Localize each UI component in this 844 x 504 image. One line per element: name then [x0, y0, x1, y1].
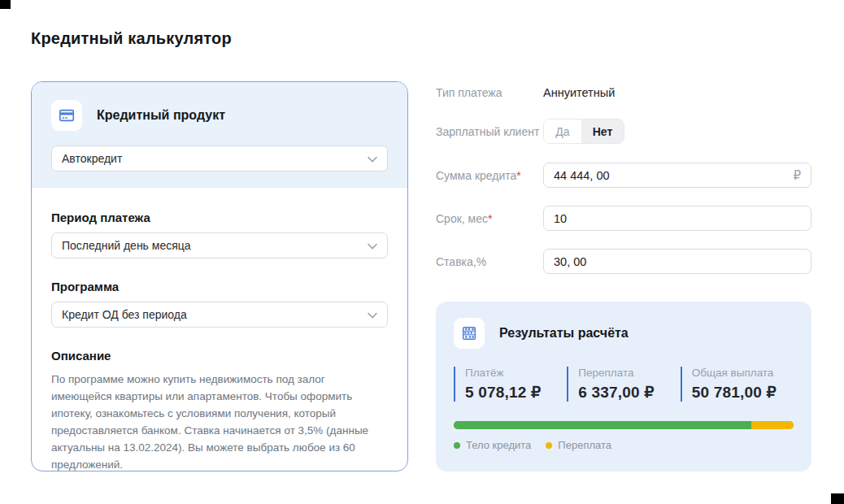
- stat-payment: Платёж 5 078,12 ₽: [454, 367, 567, 402]
- legend-item-principal: Тело кредита: [454, 439, 531, 451]
- chevron-down-icon: [368, 152, 377, 165]
- credit-product-card: Кредитный продукт Автокредит Период плат…: [31, 81, 408, 471]
- salary-client-label: Зарплатный клиент: [436, 125, 543, 138]
- description-label: Описание: [51, 349, 388, 363]
- stat-label: Платёж: [465, 367, 567, 379]
- loan-term-label: Срок, мес*: [436, 211, 543, 225]
- credit-product-title: Кредитный продукт: [97, 108, 225, 123]
- payment-type-label: Тип платежа: [436, 86, 543, 99]
- stat-value: 6 337,00 ₽: [578, 383, 680, 402]
- payment-type-value: Аннуитетный: [543, 86, 615, 99]
- program-select[interactable]: Кредит ОД без периода: [51, 302, 388, 328]
- screen-corner-artifact: [831, 493, 844, 504]
- chevron-down-icon: [368, 308, 377, 321]
- product-select-value: Автокредит: [62, 152, 122, 165]
- abacus-icon: [454, 318, 485, 349]
- bar-legend: Тело кредита Переплата: [454, 439, 794, 451]
- bar-overpayment-segment: [751, 421, 794, 429]
- product-select[interactable]: Автокредит: [51, 146, 388, 172]
- interest-rate-value: 30, 00: [554, 255, 586, 268]
- loan-amount-value: 44 444, 00: [554, 169, 610, 182]
- loan-term-value: 10: [554, 212, 567, 225]
- salary-client-toggle: Да Нет: [543, 119, 624, 144]
- results-card: Результаты расчёта Платёж 5 078,12 ₽ Пер…: [436, 302, 811, 471]
- loan-amount-input[interactable]: 44 444, 00 ₽: [543, 163, 811, 188]
- page-title: Кредитный калькулятор: [31, 29, 232, 48]
- salary-client-row: Зарплатный клиент Да Нет: [436, 119, 811, 144]
- results-title: Результаты расчёта: [499, 326, 629, 341]
- credit-product-card-header: Кредитный продукт Автокредит: [32, 82, 407, 188]
- stat-overpayment: Переплата 6 337,00 ₽: [567, 367, 680, 402]
- legend-dot: [454, 442, 460, 449]
- credit-product-card-body: Период платежа Последний день месяца Про…: [32, 188, 407, 471]
- chevron-down-icon: [368, 239, 377, 252]
- screen-corner-artifact: [0, 0, 11, 9]
- interest-rate-row: Ставка,% 30, 00: [436, 249, 811, 274]
- interest-rate-label: Ставка,%: [436, 254, 543, 268]
- stat-value: 50 781,00 ₽: [692, 383, 794, 402]
- legend-item-overpayment: Переплата: [546, 439, 611, 451]
- loan-amount-row: Сумма кредита* 44 444, 00 ₽: [436, 163, 811, 188]
- credit-card-icon: [51, 100, 82, 131]
- period-label: Период платежа: [51, 211, 388, 224]
- results-stats: Платёж 5 078,12 ₽ Переплата 6 337,00 ₽ О…: [454, 367, 794, 402]
- description-text: По программе можно купить недвижимость п…: [51, 371, 388, 471]
- stat-value: 5 078,12 ₽: [465, 383, 567, 402]
- loan-amount-label: Сумма кредита*: [436, 168, 543, 182]
- program-label: Программа: [51, 280, 388, 293]
- required-asterisk: *: [516, 169, 520, 182]
- ruble-sign-icon: ₽: [793, 168, 801, 183]
- bar-principal-segment: [454, 421, 751, 429]
- required-asterisk: *: [488, 212, 492, 225]
- payment-type-row: Тип платежа Аннуитетный: [436, 86, 811, 99]
- stat-label: Общая выплата: [692, 367, 794, 379]
- loan-term-input[interactable]: 10: [543, 206, 811, 231]
- loan-term-row: Срок, мес* 10: [436, 206, 811, 231]
- period-select[interactable]: Последний день месяца: [51, 232, 388, 259]
- stat-label: Переплата: [578, 367, 680, 379]
- salary-client-option-no[interactable]: Нет: [581, 119, 624, 143]
- loan-composition-bar: [454, 421, 794, 429]
- stat-total-payout: Общая выплата 50 781,00 ₽: [681, 367, 794, 402]
- legend-dot: [546, 442, 552, 449]
- period-select-value: Последний день месяца: [62, 239, 191, 252]
- interest-rate-input[interactable]: 30, 00: [543, 249, 811, 274]
- program-select-value: Кредит ОД без периода: [62, 308, 187, 321]
- salary-client-option-yes[interactable]: Да: [544, 119, 581, 143]
